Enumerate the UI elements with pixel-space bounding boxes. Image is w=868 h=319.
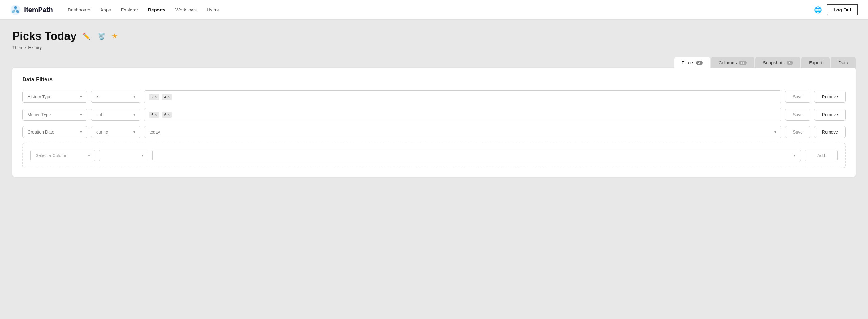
columns-badge: 11 <box>739 61 747 65</box>
page-title: Picks Today <box>12 30 76 43</box>
snapshots-badge: 3 <box>787 61 793 65</box>
add-column-select[interactable]: Select a Column ▾ <box>30 150 95 161</box>
add-filter-button[interactable]: Add <box>805 150 838 161</box>
value-select-3[interactable]: today ▾ <box>144 126 781 138</box>
nav-explorer[interactable]: Explorer <box>121 6 138 13</box>
tag-6: 6 × <box>162 112 172 118</box>
tab-columns[interactable]: Columns 11 <box>711 57 754 68</box>
column-select-1[interactable]: History Type ▾ <box>22 91 87 103</box>
card-title: Data Filters <box>22 76 846 83</box>
value-box-1[interactable]: 2 × 4 × <box>144 90 781 103</box>
remove-button-1[interactable]: Remove <box>814 91 846 103</box>
chevron-down-icon: ▾ <box>80 130 82 134</box>
chevron-down-icon: ▾ <box>133 95 135 99</box>
nav-right: 🌐 Log Out <box>814 4 858 15</box>
column-select-2[interactable]: Motive Type ▾ <box>22 109 87 121</box>
chevron-down-icon: ▾ <box>142 153 143 158</box>
remove-button-3[interactable]: Remove <box>814 126 846 138</box>
tab-filters[interactable]: Filters 3 <box>674 57 710 68</box>
nav-reports[interactable]: Reports <box>148 6 165 13</box>
delete-button[interactable]: 🗑️ <box>96 31 107 41</box>
value-box-2[interactable]: 5 × 6 × <box>144 108 781 121</box>
nav-users[interactable]: Users <box>207 6 219 13</box>
chevron-down-icon: ▾ <box>774 130 776 134</box>
remove-tag-5[interactable]: × <box>155 113 157 117</box>
remove-tag-6[interactable]: × <box>168 113 169 117</box>
tag-2: 2 × <box>149 94 159 100</box>
filter-row-1: History Type ▾ is ▾ 2 × 4 × Save Remove <box>22 90 846 103</box>
filter-row-3: Creation Date ▾ during ▾ today ▾ Save Re… <box>22 126 846 138</box>
tab-data[interactable]: Data <box>831 57 856 68</box>
remove-button-2[interactable]: Remove <box>814 109 846 121</box>
logo-icon <box>10 4 21 15</box>
navbar: ItemPath Dashboard Apps Explorer Reports… <box>0 0 868 20</box>
operator-select-1[interactable]: is ▾ <box>91 91 141 103</box>
operator-select-2[interactable]: not ▾ <box>91 109 141 121</box>
filters-card: Data Filters History Type ▾ is ▾ 2 × 4 × <box>12 68 856 177</box>
save-button-3[interactable]: Save <box>785 126 810 138</box>
filter-row-2: Motive Type ▾ not ▾ 5 × 6 × Save Remove <box>22 108 846 121</box>
save-button-1[interactable]: Save <box>785 91 810 103</box>
logout-button[interactable]: Log Out <box>827 4 858 15</box>
favorite-icon[interactable]: ★ <box>112 32 118 40</box>
column-select-3[interactable]: Creation Date ▾ <box>22 126 87 138</box>
nav-apps[interactable]: Apps <box>100 6 111 13</box>
filters-badge: 3 <box>696 61 702 65</box>
edit-button[interactable]: ✏️ <box>81 31 92 41</box>
remove-tag-4[interactable]: × <box>168 95 169 99</box>
chevron-down-icon: ▾ <box>88 153 90 158</box>
remove-tag-2[interactable]: × <box>155 95 157 99</box>
app-name: ItemPath <box>24 6 53 14</box>
tab-snapshots[interactable]: Snapshots 3 <box>755 57 800 68</box>
tabs-row: Filters 3 Columns 11 Snapshots 3 Export … <box>12 57 856 68</box>
chevron-down-icon: ▾ <box>80 113 82 117</box>
add-filter-container: Select a Column ▾ ▾ ▾ Add <box>22 143 846 168</box>
nav-workflows[interactable]: Workflows <box>176 6 197 13</box>
nav-links: Dashboard Apps Explorer Reports Workflow… <box>68 6 814 13</box>
chevron-down-icon: ▾ <box>133 113 135 117</box>
svg-point-1 <box>14 6 17 9</box>
tab-export[interactable]: Export <box>802 57 830 68</box>
chevron-down-icon: ▾ <box>133 130 135 134</box>
operator-select-3[interactable]: during ▾ <box>91 126 141 138</box>
add-value-select[interactable]: ▾ <box>152 150 801 161</box>
save-button-2[interactable]: Save <box>785 109 810 121</box>
add-operator-select[interactable]: ▾ <box>99 150 149 161</box>
nav-dashboard[interactable]: Dashboard <box>68 6 90 13</box>
page-header: Picks Today ✏️ 🗑️ ★ <box>12 30 856 43</box>
chevron-down-icon: ▾ <box>80 95 82 99</box>
theme-label: Theme: History <box>12 45 856 50</box>
tag-4: 4 × <box>162 94 172 100</box>
chevron-down-icon: ▾ <box>794 153 796 158</box>
tag-5: 5 × <box>149 112 159 118</box>
logo[interactable]: ItemPath <box>10 4 53 15</box>
globe-icon[interactable]: 🌐 <box>814 6 822 13</box>
page-content: Picks Today ✏️ 🗑️ ★ Theme: History Filte… <box>0 20 868 187</box>
